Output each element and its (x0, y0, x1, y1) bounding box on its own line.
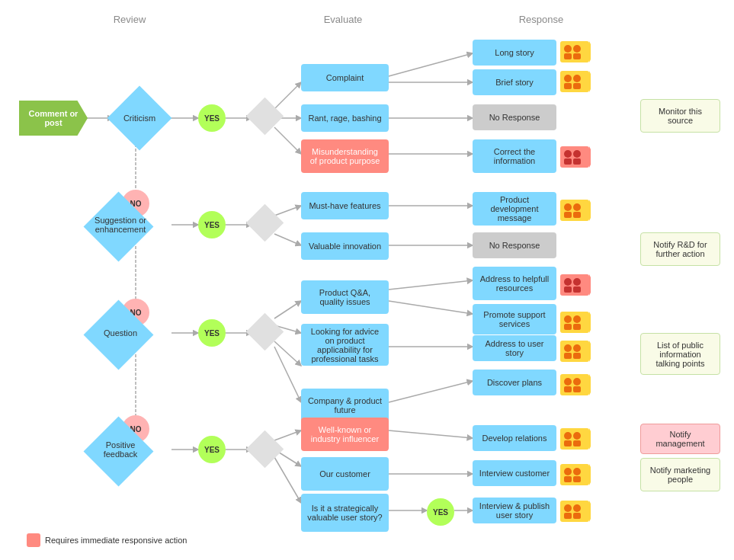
svg-marker-76 (589, 312, 591, 333)
svg-line-15 (274, 234, 301, 245)
note-notify-marketing: Notify marketing people (640, 458, 720, 491)
resp-promote-support: Promote support services (473, 304, 556, 334)
eval-complaint: Complaint (301, 64, 389, 91)
yes-label-2: YES (204, 221, 220, 229)
people-address-helpful (560, 274, 591, 297)
eval-must-have: Must-have features (301, 192, 389, 219)
svg-line-36 (274, 457, 301, 503)
svg-point-98 (573, 468, 581, 475)
svg-point-44 (573, 45, 581, 53)
positive-diamond-container: Positive feedback (90, 423, 151, 476)
svg-marker-46 (589, 41, 591, 62)
eval-complaint-label: Complaint (326, 73, 364, 82)
people-product-dev (560, 200, 591, 222)
eval-influencer: Well-known or industry influencer (301, 418, 389, 451)
svg-marker-52 (589, 71, 591, 92)
eval-diamond-2 (246, 204, 284, 242)
people-correct-info (560, 146, 591, 169)
start-label: Comment or post (28, 109, 79, 127)
svg-rect-75 (573, 324, 581, 330)
resp-interview-customer-label: Interview customer (479, 469, 550, 478)
eval-rant: Rant, rage, bashing (301, 104, 389, 132)
svg-point-50 (573, 75, 581, 82)
svg-rect-103 (564, 513, 572, 519)
svg-rect-69 (573, 286, 581, 293)
resp-no-response-1: No Response (473, 104, 556, 130)
svg-marker-106 (589, 501, 591, 522)
eval-customer: Our customer (301, 457, 389, 491)
svg-marker-94 (589, 428, 591, 450)
resp-develop-relations-label: Develop relations (482, 434, 547, 443)
eval-diamond-3 (246, 313, 284, 350)
svg-rect-105 (573, 513, 581, 519)
svg-rect-81 (573, 353, 581, 359)
eval-qa-label: Product Q&A, quality issues (307, 288, 383, 306)
svg-line-34 (274, 430, 301, 440)
svg-line-22 (274, 301, 301, 318)
note-notify-mgmt: Notify management (640, 424, 720, 454)
note-public-info-label: List of public information talking point… (647, 341, 713, 368)
svg-line-3 (274, 82, 301, 109)
svg-point-62 (573, 203, 581, 211)
svg-rect-57 (573, 158, 581, 165)
note-notify-rd-label: Notify R&D for further action (647, 240, 713, 258)
note-monitor: Monitor this source (640, 99, 720, 133)
svg-marker-82 (589, 341, 591, 362)
svg-line-29 (389, 381, 473, 402)
svg-line-14 (274, 206, 301, 216)
svg-rect-45 (573, 53, 581, 59)
eval-misunderstanding: Misunderstanding of product purpose (301, 139, 389, 173)
resp-discover-plans: Discover plans (473, 370, 556, 395)
svg-line-6 (389, 53, 473, 76)
svg-rect-85 (564, 386, 572, 392)
svg-marker-70 (589, 274, 591, 296)
people-interview-publish (560, 501, 591, 523)
eval-strategic: Is it a strategically valuable user stor… (301, 494, 389, 532)
people-interview-customer (560, 464, 591, 487)
resp-correct-info: Correct the information (473, 139, 556, 173)
yes-circle-2: YES (198, 211, 226, 238)
svg-point-104 (573, 504, 581, 512)
svg-marker-58 (589, 146, 591, 168)
svg-rect-51 (573, 83, 581, 89)
svg-point-102 (564, 504, 572, 512)
svg-rect-67 (564, 286, 572, 293)
eval-valuable-label: Valuable innovation (309, 242, 381, 251)
resp-interview-customer: Interview customer (473, 460, 556, 486)
diagram: Review Evaluate Response Comment or post… (0, 0, 734, 560)
svg-point-60 (564, 203, 572, 211)
note-monitor-label: Monitor this source (647, 107, 713, 125)
svg-rect-91 (564, 440, 572, 446)
resp-interview-publish-label: Interview & publish user story (479, 501, 550, 520)
note-notify-rd: Notify R&D for further action (640, 232, 720, 266)
svg-marker-64 (589, 200, 591, 221)
question-label: Question (90, 306, 151, 360)
resp-long-story: Long story (473, 40, 556, 66)
eval-diamond-2-container (252, 210, 278, 236)
note-public-info: List of public information talking point… (640, 333, 720, 375)
svg-point-66 (564, 278, 572, 286)
svg-line-5 (274, 127, 301, 154)
yes-circle-4: YES (198, 436, 226, 463)
svg-rect-61 (564, 212, 572, 218)
criticism-label: Criticism (113, 95, 166, 141)
start-node: Comment or post (19, 101, 88, 136)
svg-line-26 (389, 280, 473, 290)
svg-point-96 (564, 468, 572, 475)
yes-circle-5: YES (427, 498, 454, 526)
resp-promote-support-label: Promote support services (479, 310, 550, 328)
resp-product-dev-label: Product development message (479, 195, 550, 222)
svg-rect-97 (564, 476, 572, 482)
yes-circle-1: YES (198, 104, 226, 132)
svg-marker-88 (589, 374, 591, 395)
eval-misunderstanding-label: Misunderstanding of product purpose (307, 147, 383, 165)
resp-interview-publish: Interview & publish user story (473, 498, 556, 523)
eval-customer-label: Our customer (319, 469, 370, 478)
svg-point-92 (573, 432, 581, 440)
svg-point-86 (573, 378, 581, 386)
svg-rect-43 (564, 53, 572, 59)
eval-diamond-4 (246, 430, 284, 468)
eval-strategic-label: Is it a strategically valuable user stor… (307, 504, 383, 522)
yes-label-4: YES (204, 446, 220, 454)
resp-brief-story-label: Brief story (495, 78, 534, 87)
